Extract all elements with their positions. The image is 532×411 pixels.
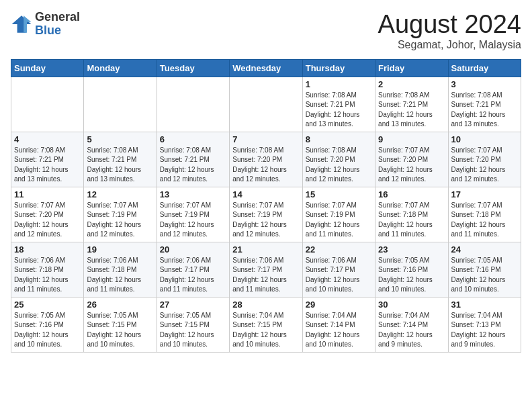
day-number: 17 <box>451 189 518 199</box>
calendar-cell: 14Sunrise: 7:07 AM Sunset: 7:19 PM Dayli… <box>230 187 302 242</box>
day-info: Sunrise: 7:05 AM Sunset: 7:16 PM Dayligh… <box>378 256 445 295</box>
calendar-cell: 3Sunrise: 7:08 AM Sunset: 7:21 PM Daylig… <box>448 77 521 132</box>
day-number: 4 <box>14 134 81 144</box>
day-number: 8 <box>306 134 372 144</box>
calendar-cell <box>157 77 229 132</box>
title-block: August 2024 Segamat, Johor, Malaysia <box>378 11 521 51</box>
calendar-cell: 11Sunrise: 7:07 AM Sunset: 7:20 PM Dayli… <box>11 187 84 242</box>
day-info: Sunrise: 7:07 AM Sunset: 7:19 PM Dayligh… <box>160 201 226 240</box>
day-number: 14 <box>232 189 299 199</box>
day-number: 10 <box>451 134 518 144</box>
calendar-cell: 1Sunrise: 7:08 AM Sunset: 7:21 PM Daylig… <box>302 77 375 132</box>
day-info: Sunrise: 7:06 AM Sunset: 7:17 PM Dayligh… <box>232 256 299 295</box>
calendar-cell: 20Sunrise: 7:06 AM Sunset: 7:17 PM Dayli… <box>157 242 229 297</box>
day-number: 20 <box>160 244 226 255</box>
page-header: General Blue August 2024 Segamat, Johor,… <box>11 11 521 51</box>
weekday-header-saturday: Saturday <box>448 59 521 77</box>
day-info: Sunrise: 7:07 AM Sunset: 7:19 PM Dayligh… <box>232 201 299 240</box>
weekday-header-sunday: Sunday <box>11 59 84 77</box>
day-info: Sunrise: 7:08 AM Sunset: 7:21 PM Dayligh… <box>14 146 81 185</box>
calendar-cell: 28Sunrise: 7:04 AM Sunset: 7:15 PM Dayli… <box>230 297 302 352</box>
day-number: 1 <box>306 79 372 89</box>
day-info: Sunrise: 7:07 AM Sunset: 7:20 PM Dayligh… <box>451 146 518 185</box>
weekday-header-wednesday: Wednesday <box>230 59 302 77</box>
location: Segamat, Johor, Malaysia <box>378 39 521 51</box>
day-info: Sunrise: 7:07 AM Sunset: 7:18 PM Dayligh… <box>378 201 445 240</box>
calendar-cell: 5Sunrise: 7:08 AM Sunset: 7:21 PM Daylig… <box>84 132 157 187</box>
logo-icon <box>11 13 32 35</box>
calendar-cell <box>11 77 84 132</box>
day-number: 19 <box>87 244 153 255</box>
day-number: 3 <box>451 79 518 89</box>
day-info: Sunrise: 7:06 AM Sunset: 7:18 PM Dayligh… <box>14 256 81 295</box>
day-info: Sunrise: 7:08 AM Sunset: 7:21 PM Dayligh… <box>160 146 226 185</box>
day-number: 12 <box>87 189 153 199</box>
day-info: Sunrise: 7:08 AM Sunset: 7:21 PM Dayligh… <box>378 91 445 130</box>
calendar-cell: 2Sunrise: 7:08 AM Sunset: 7:21 PM Daylig… <box>375 77 448 132</box>
day-number: 30 <box>378 300 445 310</box>
day-info: Sunrise: 7:08 AM Sunset: 7:21 PM Dayligh… <box>87 146 153 185</box>
day-number: 2 <box>378 79 445 89</box>
day-info: Sunrise: 7:05 AM Sunset: 7:16 PM Dayligh… <box>14 311 81 350</box>
calendar-cell: 15Sunrise: 7:07 AM Sunset: 7:19 PM Dayli… <box>302 187 375 242</box>
day-info: Sunrise: 7:05 AM Sunset: 7:15 PM Dayligh… <box>87 311 153 350</box>
calendar-cell: 8Sunrise: 7:08 AM Sunset: 7:20 PM Daylig… <box>302 132 375 187</box>
day-number: 29 <box>306 300 372 310</box>
day-number: 18 <box>14 244 81 255</box>
month-year: August 2024 <box>378 11 521 39</box>
day-info: Sunrise: 7:04 AM Sunset: 7:15 PM Dayligh… <box>232 311 299 350</box>
day-number: 28 <box>232 300 299 310</box>
day-info: Sunrise: 7:06 AM Sunset: 7:17 PM Dayligh… <box>160 256 226 295</box>
calendar-cell: 13Sunrise: 7:07 AM Sunset: 7:19 PM Dayli… <box>157 187 229 242</box>
day-number: 15 <box>306 189 372 199</box>
logo-text: General Blue <box>35 11 80 38</box>
calendar-cell: 30Sunrise: 7:04 AM Sunset: 7:14 PM Dayli… <box>375 297 448 352</box>
day-number: 11 <box>14 189 81 199</box>
calendar-cell: 24Sunrise: 7:05 AM Sunset: 7:16 PM Dayli… <box>448 242 521 297</box>
logo: General Blue <box>11 11 80 38</box>
day-info: Sunrise: 7:07 AM Sunset: 7:18 PM Dayligh… <box>451 201 518 240</box>
calendar-cell: 16Sunrise: 7:07 AM Sunset: 7:18 PM Dayli… <box>375 187 448 242</box>
day-number: 6 <box>160 134 226 144</box>
day-info: Sunrise: 7:08 AM Sunset: 7:21 PM Dayligh… <box>306 91 372 130</box>
day-info: Sunrise: 7:04 AM Sunset: 7:14 PM Dayligh… <box>378 311 445 350</box>
day-info: Sunrise: 7:07 AM Sunset: 7:19 PM Dayligh… <box>87 201 153 240</box>
calendar-cell: 29Sunrise: 7:04 AM Sunset: 7:14 PM Dayli… <box>302 297 375 352</box>
svg-marker-0 <box>12 15 32 33</box>
day-info: Sunrise: 7:08 AM Sunset: 7:20 PM Dayligh… <box>232 146 299 185</box>
day-number: 25 <box>14 300 81 310</box>
calendar-cell: 25Sunrise: 7:05 AM Sunset: 7:16 PM Dayli… <box>11 297 84 352</box>
calendar-cell: 4Sunrise: 7:08 AM Sunset: 7:21 PM Daylig… <box>11 132 84 187</box>
week-row-3: 11Sunrise: 7:07 AM Sunset: 7:20 PM Dayli… <box>11 187 521 242</box>
calendar-cell: 17Sunrise: 7:07 AM Sunset: 7:18 PM Dayli… <box>448 187 521 242</box>
calendar-cell: 31Sunrise: 7:04 AM Sunset: 7:13 PM Dayli… <box>448 297 521 352</box>
day-number: 5 <box>87 134 153 144</box>
day-number: 26 <box>87 300 153 310</box>
day-info: Sunrise: 7:04 AM Sunset: 7:14 PM Dayligh… <box>306 311 372 350</box>
calendar-cell: 19Sunrise: 7:06 AM Sunset: 7:18 PM Dayli… <box>84 242 157 297</box>
day-number: 27 <box>160 300 226 310</box>
day-info: Sunrise: 7:05 AM Sunset: 7:16 PM Dayligh… <box>451 256 518 295</box>
day-info: Sunrise: 7:06 AM Sunset: 7:18 PM Dayligh… <box>87 256 153 295</box>
weekday-header-thursday: Thursday <box>302 59 375 77</box>
calendar-cell: 7Sunrise: 7:08 AM Sunset: 7:20 PM Daylig… <box>230 132 302 187</box>
day-number: 9 <box>378 134 445 144</box>
calendar-cell: 12Sunrise: 7:07 AM Sunset: 7:19 PM Dayli… <box>84 187 157 242</box>
day-info: Sunrise: 7:07 AM Sunset: 7:20 PM Dayligh… <box>378 146 445 185</box>
weekday-header-friday: Friday <box>375 59 448 77</box>
calendar-cell: 22Sunrise: 7:06 AM Sunset: 7:17 PM Dayli… <box>302 242 375 297</box>
weekday-header-tuesday: Tuesday <box>157 59 229 77</box>
day-number: 13 <box>160 189 226 199</box>
calendar-cell: 9Sunrise: 7:07 AM Sunset: 7:20 PM Daylig… <box>375 132 448 187</box>
weekday-header-monday: Monday <box>84 59 157 77</box>
week-row-2: 4Sunrise: 7:08 AM Sunset: 7:21 PM Daylig… <box>11 132 521 187</box>
day-info: Sunrise: 7:08 AM Sunset: 7:21 PM Dayligh… <box>451 91 518 130</box>
week-row-1: 1Sunrise: 7:08 AM Sunset: 7:21 PM Daylig… <box>11 77 521 132</box>
calendar-cell: 10Sunrise: 7:07 AM Sunset: 7:20 PM Dayli… <box>448 132 521 187</box>
calendar-table: SundayMondayTuesdayWednesdayThursdayFrid… <box>11 59 521 353</box>
day-number: 7 <box>232 134 299 144</box>
day-number: 21 <box>232 244 299 255</box>
calendar-cell: 23Sunrise: 7:05 AM Sunset: 7:16 PM Dayli… <box>375 242 448 297</box>
calendar-cell <box>84 77 157 132</box>
day-info: Sunrise: 7:05 AM Sunset: 7:15 PM Dayligh… <box>160 311 226 350</box>
